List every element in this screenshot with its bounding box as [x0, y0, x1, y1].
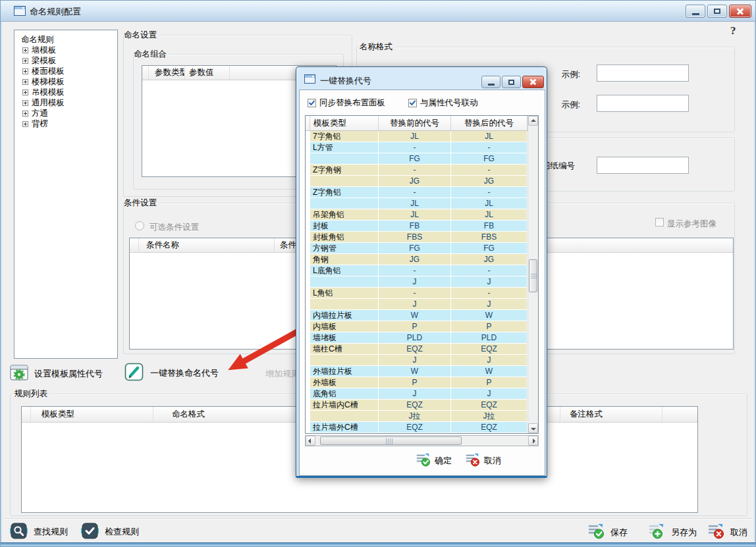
tree-item[interactable]: 背楞 [17, 118, 115, 129]
table-row[interactable]: 外墙拉片板 W W [306, 366, 527, 377]
condition-name-header[interactable]: 条件名称 [139, 238, 275, 252]
table-row[interactable]: 墙堵板 PLD PLD [306, 332, 527, 344]
cancel-button[interactable]: 取消 [707, 523, 747, 541]
example1-field[interactable] [597, 65, 689, 82]
scroll-left-button[interactable] [306, 436, 315, 446]
table-row[interactable]: 墙柱C槽 EQZ EQZ [306, 344, 527, 355]
show-reference-label: 显示参考图像 [667, 219, 716, 230]
table-row[interactable]: Z字角铝 - - [306, 187, 527, 198]
scroll-down-button[interactable] [528, 423, 538, 433]
code-before-header[interactable]: 替换前的代号 [379, 116, 451, 130]
table-row[interactable]: 拉片墙内C槽 EQZ EQZ [306, 400, 527, 411]
tree-item[interactable]: 墙模板 [17, 45, 115, 55]
tree-item[interactable]: 方通 [17, 108, 115, 118]
save-check-icon [587, 523, 605, 541]
optional-condition-radio[interactable] [135, 221, 144, 230]
table-row[interactable]: Z字角钢 - - [306, 165, 527, 176]
tree-item[interactable]: 楼面模板 [17, 66, 115, 76]
table-row[interactable]: 底角铝 J J [306, 388, 527, 400]
link-attr-checkbox[interactable]: 与属性代号联动 [408, 97, 478, 109]
close-button[interactable] [729, 5, 751, 18]
template-type-header[interactable]: 模板类型 [310, 116, 379, 130]
table-row[interactable]: 外墙板 P P [306, 377, 527, 388]
tree-item[interactable]: 吊模模板 [17, 87, 115, 97]
find-rule-label: 查找规则 [34, 526, 68, 538]
right-arrow-icon [533, 438, 535, 444]
maximize-icon [714, 9, 720, 14]
table-row[interactable]: L底角铝 - - [306, 265, 527, 276]
table-row[interactable]: L方管 - - [306, 142, 527, 153]
tree-item[interactable]: 通用模板 [17, 97, 115, 108]
table-row[interactable]: 内墙板 P P [306, 321, 527, 332]
dialog-ok-button[interactable]: 确定 [416, 453, 452, 469]
save-as-button[interactable]: 另存为 [648, 523, 697, 541]
replace-code-table[interactable]: 模板类型 替换前的代号 替换后的代号 7字角铝 JL JL L方管 - - [305, 115, 539, 434]
table-row[interactable]: J J [306, 355, 527, 366]
expand-plus-icon[interactable] [22, 111, 28, 117]
dialog-cancel-button[interactable]: 取消 [465, 453, 501, 469]
sync-replace-checkbox[interactable]: 同步替换布置面板 [308, 97, 385, 109]
set-attr-code-label: 设置模板属性代号 [34, 368, 103, 380]
table-row[interactable]: 拉片墙外C槽 EQZ EQZ [306, 422, 527, 433]
window-controls [686, 5, 751, 18]
table-row[interactable]: J拉 J拉 [306, 411, 527, 422]
save-button[interactable]: 保存 [587, 523, 628, 541]
row-header-cell [142, 66, 149, 80]
table-row[interactable]: J J [306, 299, 527, 310]
one-key-replace-button[interactable]: 一键替换命名代号 [124, 363, 219, 384]
help-icon[interactable]: ? [730, 24, 736, 38]
table-row[interactable]: 封板角铝 FBS FBS [306, 232, 527, 243]
expand-plus-icon[interactable] [22, 90, 28, 95]
table-row[interactable]: 方钢管 FG FG [306, 243, 527, 254]
table-row[interactable]: 内墙拉片板 W W [306, 310, 527, 321]
window-title: 命名规则配置 [30, 6, 81, 18]
dialog-close-button[interactable] [522, 76, 544, 88]
expand-plus-icon[interactable] [22, 58, 28, 64]
horizontal-scroll-thumb[interactable] [320, 436, 462, 445]
dialog-minimize-button[interactable] [481, 76, 500, 88]
expand-plus-icon[interactable] [22, 121, 28, 127]
footer-separator [5, 518, 753, 519]
expand-plus-icon[interactable] [22, 68, 28, 74]
template-type-header[interactable]: 模板类型 [31, 407, 153, 422]
table-row[interactable]: L角铝 - - [306, 288, 527, 299]
check-rule-button[interactable]: 检查规则 [81, 522, 139, 542]
save-label: 保存 [610, 527, 628, 538]
table-row[interactable]: 角钢 JG JG [306, 254, 527, 265]
maximize-button[interactable] [707, 5, 727, 18]
tree-item[interactable]: 梁模板 [17, 55, 115, 66]
table-row[interactable]: FG FG [306, 153, 527, 165]
expand-plus-icon[interactable] [22, 79, 28, 85]
code-after-header[interactable]: 替换后的代号 [451, 116, 527, 130]
table-row[interactable]: J J [306, 276, 527, 288]
vertical-scroll-thumb[interactable] [529, 259, 537, 292]
param-type-header[interactable]: 参数类型 [149, 66, 185, 80]
table-row[interactable]: 7字角铝 JL JL [306, 131, 527, 142]
param-value-header[interactable]: 参数值 [185, 66, 230, 80]
titlebar[interactable]: 命名规则配置 [1, 1, 756, 22]
scroll-right-button[interactable] [528, 436, 538, 446]
dialog-titlebar[interactable]: 一键替换代号 [299, 70, 545, 90]
table-row[interactable]: 吊架角铝 JL JL [306, 209, 527, 221]
find-rule-button[interactable]: 查找规则 [10, 522, 68, 542]
filler-header [662, 407, 697, 422]
table-row[interactable]: 封板 FB FB [306, 221, 527, 232]
table-row[interactable]: JL JL [306, 198, 527, 209]
show-reference-checkbox[interactable] [655, 218, 664, 226]
dialog-maximize-button[interactable] [502, 76, 521, 88]
table-row[interactable]: JG JG [306, 176, 527, 187]
drawing-number-field[interactable] [597, 157, 689, 174]
remark-format-header[interactable]: 备注格式 [560, 407, 662, 422]
vertical-scrollbar[interactable] [527, 116, 538, 433]
condition-settings-label: 条件设置 [124, 197, 159, 208]
set-attr-code-button[interactable]: 设置模板属性代号 [10, 364, 103, 383]
scroll-up-button[interactable] [528, 116, 538, 126]
expand-plus-icon[interactable] [22, 100, 28, 106]
example2-field[interactable] [597, 95, 689, 112]
expand-plus-icon[interactable] [22, 47, 28, 53]
horizontal-scrollbar[interactable] [305, 435, 539, 446]
minimize-button[interactable] [686, 5, 705, 18]
dialog-icon [304, 74, 315, 86]
tree-root-item[interactable]: 命名规则 [17, 34, 115, 45]
tree-item[interactable]: 楼梯模板 [17, 76, 115, 87]
